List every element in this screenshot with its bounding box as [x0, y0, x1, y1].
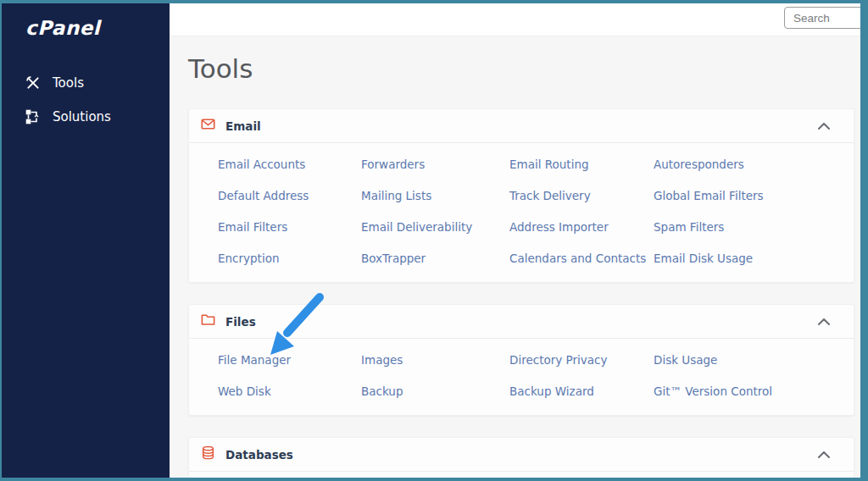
folder-icon: [201, 312, 215, 330]
solutions-icon: [25, 109, 41, 124]
link-email-routing[interactable]: Email Routing: [509, 148, 654, 180]
link-backup-wizard[interactable]: Backup Wizard: [509, 375, 654, 406]
sidebar-item-solutions[interactable]: Solutions: [2, 100, 170, 134]
link-forwarders[interactable]: Forwarders: [361, 148, 509, 180]
cpanel-logo: cPanel: [2, 12, 170, 39]
link-mailing-lists[interactable]: Mailing Lists: [361, 180, 509, 211]
section-title: Email: [225, 119, 261, 133]
sidebar: cPanel Tools: [2, 3, 170, 478]
link-track-delivery[interactable]: Track Delivery: [509, 180, 654, 211]
link-git-version-control[interactable]: Git™ Version Control: [654, 375, 854, 406]
link-email-accounts[interactable]: Email Accounts: [218, 148, 361, 180]
sidebar-item-label: Solutions: [53, 109, 111, 124]
link-encryption[interactable]: Encryption: [218, 242, 361, 274]
envelope-icon: [201, 117, 215, 135]
link-email-filters[interactable]: Email Filters: [218, 211, 361, 242]
collapse-files-button[interactable]: [815, 312, 833, 331]
link-directory-privacy[interactable]: Directory Privacy: [509, 344, 654, 375]
link-spam-filters[interactable]: Spam Filters: [654, 211, 854, 242]
sidebar-nav: Tools Solutions: [2, 66, 170, 134]
link-web-disk[interactable]: Web Disk: [218, 375, 361, 406]
search-input[interactable]: [784, 7, 860, 29]
chevron-up-icon: [818, 119, 830, 132]
link-default-address[interactable]: Default Address: [218, 180, 361, 211]
email-links: Email Accounts Forwarders Email Routing …: [189, 143, 854, 282]
link-images[interactable]: Images: [361, 344, 509, 375]
link-email-disk-usage[interactable]: Email Disk Usage: [654, 242, 854, 274]
section-files: Files File Manager Images Directory Priv…: [188, 304, 854, 416]
link-autoresponders[interactable]: Autoresponders: [654, 148, 854, 180]
page-title: Tools: [188, 52, 854, 86]
collapse-databases-button[interactable]: [815, 445, 833, 464]
section-title: Databases: [225, 448, 293, 462]
chevron-up-icon: [818, 315, 830, 328]
section-databases-header: Databases: [189, 438, 854, 472]
link-address-importer[interactable]: Address Importer: [509, 211, 654, 242]
databases-links-clipped: [189, 472, 854, 478]
link-global-email-filters[interactable]: Global Email Filters: [654, 180, 854, 211]
topbar: [170, 3, 860, 36]
main-area: Tools Email: [170, 3, 860, 478]
section-email-header: Email: [189, 109, 854, 143]
sidebar-item-label: Tools: [53, 75, 84, 91]
link-email-deliverability[interactable]: Email Deliverability: [361, 211, 509, 242]
sidebar-item-tools[interactable]: Tools: [2, 66, 170, 100]
app-window: cPanel Tools: [0, 0, 868, 481]
tools-icon: [25, 75, 41, 91]
database-icon: [201, 445, 215, 463]
section-databases: Databases: [188, 437, 854, 478]
content: Tools Email: [170, 36, 860, 478]
collapse-email-button[interactable]: [815, 116, 833, 135]
link-boxtrapper[interactable]: BoxTrapper: [361, 242, 509, 274]
link-file-manager[interactable]: File Manager: [218, 344, 361, 375]
section-title: Files: [225, 315, 256, 329]
link-backup[interactable]: Backup: [361, 375, 509, 406]
link-calendars-and-contacts[interactable]: Calendars and Contacts: [509, 242, 654, 274]
chevron-up-icon: [818, 448, 830, 461]
section-files-header: Files: [189, 305, 854, 339]
section-email: Email Email Accounts Forwarders Email Ro…: [188, 108, 854, 283]
files-links: File Manager Images Directory Privacy Di…: [189, 339, 854, 415]
link-disk-usage[interactable]: Disk Usage: [654, 344, 854, 375]
